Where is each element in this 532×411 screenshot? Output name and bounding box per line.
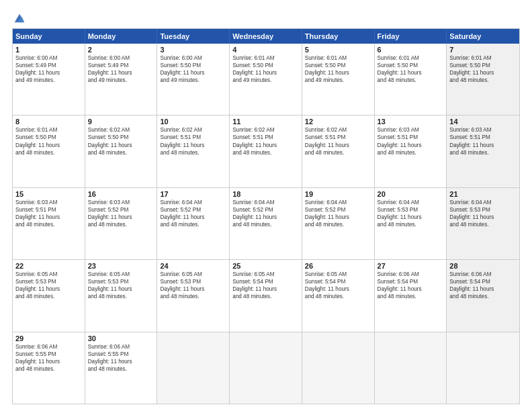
cell-text: Sunrise: 6:06 AM xyxy=(15,343,82,351)
day-number: 12 xyxy=(305,118,371,126)
day-number: 21 xyxy=(449,190,517,198)
cell-text: and 48 minutes. xyxy=(449,293,517,300)
cell-text: Sunrise: 6:05 AM xyxy=(15,271,82,278)
cell-text: and 49 minutes. xyxy=(160,77,226,84)
cell-text: Sunrise: 6:05 AM xyxy=(305,271,371,278)
calendar-day-5: 5Sunrise: 6:01 AMSunset: 5:50 PMDaylight… xyxy=(302,44,375,115)
day-number: 26 xyxy=(305,262,371,270)
cell-text: Sunset: 5:49 PM xyxy=(15,62,82,69)
cell-text: Sunset: 5:52 PM xyxy=(305,206,371,214)
cell-text: Daylight: 11 hours xyxy=(305,142,371,149)
header xyxy=(12,12,520,21)
day-number: 20 xyxy=(378,190,444,198)
cell-text: and 48 minutes. xyxy=(378,149,444,156)
day-number: 7 xyxy=(449,46,517,54)
day-number: 4 xyxy=(232,46,299,54)
cell-text: and 48 minutes. xyxy=(305,221,371,228)
day-number: 3 xyxy=(160,46,226,54)
calendar-day-24: 24Sunrise: 6:05 AMSunset: 5:53 PMDayligh… xyxy=(157,260,230,331)
day-number: 28 xyxy=(449,262,517,270)
header-day-saturday: Saturday xyxy=(447,29,519,44)
cell-text: Sunset: 5:54 PM xyxy=(449,278,517,285)
day-number: 5 xyxy=(305,46,371,54)
day-number: 17 xyxy=(160,190,226,198)
cell-text: Sunset: 5:55 PM xyxy=(15,351,82,358)
cell-text: and 48 minutes. xyxy=(232,221,299,228)
header-day-monday: Monday xyxy=(85,29,158,44)
day-number: 19 xyxy=(305,190,371,198)
cell-text: Daylight: 11 hours xyxy=(160,69,226,77)
day-number: 14 xyxy=(449,118,517,126)
cell-text: Sunrise: 6:02 AM xyxy=(160,126,226,134)
cell-text: Daylight: 11 hours xyxy=(15,285,82,293)
cell-text: and 48 minutes. xyxy=(232,293,299,300)
cell-text: Sunset: 5:50 PM xyxy=(232,62,299,69)
cell-text: Sunset: 5:53 PM xyxy=(88,278,154,285)
cell-text: Sunrise: 6:06 AM xyxy=(88,343,154,351)
cell-text: Daylight: 11 hours xyxy=(378,142,444,149)
cell-text: and 48 minutes. xyxy=(232,149,299,156)
calendar-day-19: 19Sunrise: 6:04 AMSunset: 5:52 PMDayligh… xyxy=(302,188,375,259)
cell-text: Sunset: 5:54 PM xyxy=(378,278,444,285)
calendar-body: 1Sunrise: 6:00 AMSunset: 5:49 PMDaylight… xyxy=(13,44,519,404)
day-number: 13 xyxy=(378,118,444,126)
cell-text: and 48 minutes. xyxy=(449,221,517,228)
cell-text: and 48 minutes. xyxy=(449,149,517,156)
cell-text: Sunrise: 6:00 AM xyxy=(15,54,82,62)
cell-text: Daylight: 11 hours xyxy=(15,358,82,365)
cell-text: and 48 minutes. xyxy=(378,221,444,228)
calendar-day-14: 14Sunrise: 6:03 AMSunset: 5:51 PMDayligh… xyxy=(447,116,519,187)
cell-text: Daylight: 11 hours xyxy=(88,285,154,293)
cell-text: Daylight: 11 hours xyxy=(160,285,226,293)
cell-text: Sunrise: 6:04 AM xyxy=(160,199,226,206)
cell-text: Daylight: 11 hours xyxy=(305,285,371,293)
cell-text: Sunset: 5:50 PM xyxy=(378,62,444,69)
cell-text: Sunrise: 6:00 AM xyxy=(160,54,226,62)
cell-text: Daylight: 11 hours xyxy=(378,214,444,221)
cell-text: and 49 minutes. xyxy=(305,77,371,84)
calendar-day-1: 1Sunrise: 6:00 AMSunset: 5:49 PMDaylight… xyxy=(13,44,85,115)
cell-text: Sunset: 5:50 PM xyxy=(88,134,154,141)
calendar-day-30: 30Sunrise: 6:06 AMSunset: 5:55 PMDayligh… xyxy=(85,332,158,404)
calendar-day-28: 28Sunrise: 6:06 AMSunset: 5:54 PMDayligh… xyxy=(447,260,519,331)
cell-text: and 48 minutes. xyxy=(88,221,154,228)
calendar-day-2: 2Sunrise: 6:00 AMSunset: 5:49 PMDaylight… xyxy=(85,44,158,115)
cell-text: Sunrise: 6:03 AM xyxy=(449,126,517,134)
calendar-day-10: 10Sunrise: 6:02 AMSunset: 5:51 PMDayligh… xyxy=(157,116,230,187)
cell-text: and 48 minutes. xyxy=(305,293,371,300)
cell-text: Sunset: 5:51 PM xyxy=(160,134,226,141)
cell-text: Sunset: 5:53 PM xyxy=(15,278,82,285)
cell-text: and 48 minutes. xyxy=(15,149,82,156)
cell-text: Sunset: 5:51 PM xyxy=(449,134,517,141)
cell-text: Daylight: 11 hours xyxy=(15,69,82,77)
cell-text: Daylight: 11 hours xyxy=(232,142,299,149)
cell-text: Daylight: 11 hours xyxy=(305,69,371,77)
cell-text: Daylight: 11 hours xyxy=(449,69,517,77)
header-day-friday: Friday xyxy=(375,29,447,44)
calendar-week-3: 15Sunrise: 6:03 AMSunset: 5:51 PMDayligh… xyxy=(13,187,519,259)
day-number: 2 xyxy=(88,46,154,54)
cell-text: Sunrise: 6:04 AM xyxy=(232,199,299,206)
day-number: 24 xyxy=(160,262,226,270)
cell-text: Daylight: 11 hours xyxy=(449,214,517,221)
cell-text: Sunrise: 6:05 AM xyxy=(232,271,299,278)
calendar-day-20: 20Sunrise: 6:04 AMSunset: 5:53 PMDayligh… xyxy=(375,188,447,259)
cell-text: Daylight: 11 hours xyxy=(232,69,299,77)
cell-text: Sunrise: 6:01 AM xyxy=(305,54,371,62)
cell-text: and 48 minutes. xyxy=(378,293,444,300)
calendar-day-22: 22Sunrise: 6:05 AMSunset: 5:53 PMDayligh… xyxy=(13,260,85,331)
cell-text: and 48 minutes. xyxy=(449,77,517,84)
cell-text: Sunset: 5:54 PM xyxy=(232,278,299,285)
cell-text: Sunrise: 6:02 AM xyxy=(305,126,371,134)
calendar-day-9: 9Sunrise: 6:02 AMSunset: 5:50 PMDaylight… xyxy=(85,116,158,187)
cell-text: Daylight: 11 hours xyxy=(232,214,299,221)
day-number: 22 xyxy=(15,262,82,270)
calendar-day-17: 17Sunrise: 6:04 AMSunset: 5:52 PMDayligh… xyxy=(157,188,230,259)
cell-text: and 49 minutes. xyxy=(232,77,299,84)
cell-text: Sunset: 5:52 PM xyxy=(232,206,299,214)
empty-cell xyxy=(447,332,519,404)
calendar: SundayMondayTuesdayWednesdayThursdayFrid… xyxy=(12,28,520,404)
cell-text: Sunrise: 6:04 AM xyxy=(449,199,517,206)
calendar-day-29: 29Sunrise: 6:06 AMSunset: 5:55 PMDayligh… xyxy=(13,332,85,404)
cell-text: Daylight: 11 hours xyxy=(378,69,444,77)
